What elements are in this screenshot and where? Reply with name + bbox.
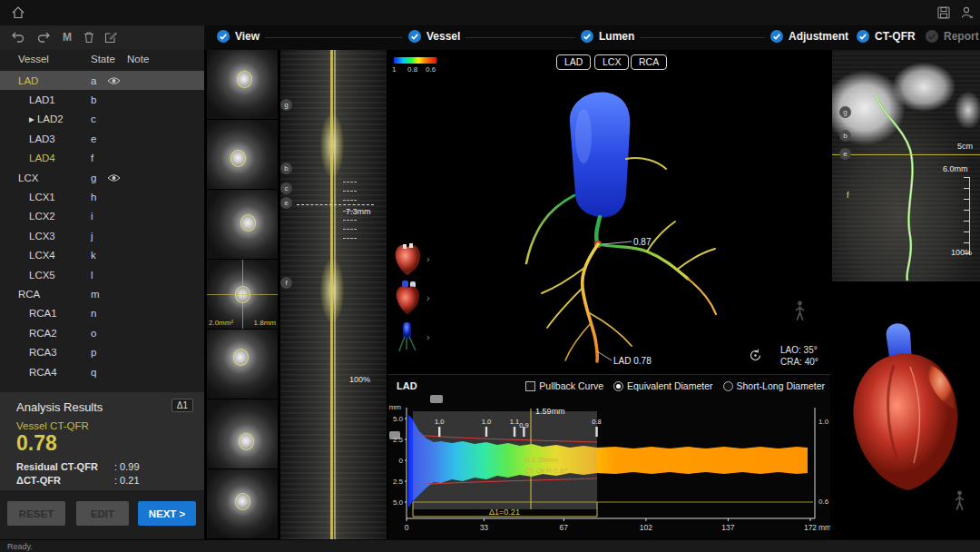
vessel-name: LAD3 bbox=[29, 133, 55, 144]
radio-icon bbox=[723, 381, 733, 391]
segment-badge-g[interactable]: g bbox=[839, 106, 851, 118]
analysis-region[interactable] bbox=[413, 411, 597, 509]
y-tick-right: 0.6 bbox=[818, 498, 829, 506]
tab-view[interactable]: View bbox=[211, 30, 265, 43]
visibility-eye-icon[interactable] bbox=[107, 76, 121, 85]
vessel-state: j bbox=[91, 231, 93, 242]
cross-section-thumb-5[interactable] bbox=[207, 330, 278, 399]
cross-section-thumb-3[interactable] bbox=[207, 190, 278, 259]
crosshair-horizontal bbox=[207, 294, 278, 295]
vessel-toggle-rca[interactable]: RCA bbox=[631, 54, 667, 70]
radio-equivalent-diameter[interactable]: Equivalent Diameter bbox=[613, 380, 713, 391]
next-button[interactable]: NEXT > bbox=[138, 501, 196, 526]
x-axis-unit: mm bbox=[818, 523, 830, 532]
tab-lumen[interactable]: Lumen bbox=[575, 30, 640, 43]
segment-badge-b[interactable]: b bbox=[280, 163, 292, 174]
segment-badge-e[interactable]: e bbox=[280, 197, 292, 209]
cross-section-thumb-1[interactable] bbox=[207, 50, 278, 119]
colorbar-tick: 0.6 bbox=[426, 65, 436, 74]
vessel-row-rca[interactable]: RCAm bbox=[0, 284, 204, 303]
vessel-name: LCX2 bbox=[29, 211, 55, 222]
check-circle-icon bbox=[857, 30, 869, 43]
redo-icon[interactable] bbox=[36, 30, 51, 44]
rotate-view-icon[interactable] bbox=[748, 348, 763, 363]
lesion-qfr-label: CT-QFR 0.87 bbox=[524, 467, 568, 475]
vessel-row-rca2[interactable]: RCA2o bbox=[0, 323, 204, 342]
vessel-row-lcx1[interactable]: LCX1h bbox=[0, 187, 204, 206]
cross-section-thumb-7[interactable] bbox=[207, 469, 278, 538]
ruler-tick bbox=[964, 199, 969, 200]
vessel-state: b bbox=[91, 94, 96, 105]
checkbox-pullback-curve[interactable]: Pullback Curve bbox=[525, 380, 603, 391]
marker-value: 1.0 bbox=[435, 418, 444, 426]
coronary-tree-render: 0.87 LAD 0.78 bbox=[388, 50, 830, 374]
col-vessel: Vessel bbox=[18, 54, 49, 64]
edit-button[interactable]: EDIT bbox=[76, 501, 129, 526]
cross-section-thumb-4[interactable]: 2.0mm²1.8mm bbox=[207, 260, 278, 329]
pullback-diameter-chart[interactable]: mm5.02.502.55.01.00.603367102137172mm1.0… bbox=[388, 400, 830, 540]
chevron-right-icon[interactable]: › bbox=[426, 292, 430, 303]
check-circle-icon bbox=[217, 30, 230, 43]
vessel-preset-3[interactable] bbox=[391, 319, 424, 355]
cross-section-thumb-6[interactable] bbox=[207, 399, 278, 468]
delta-badge[interactable]: Δ1 bbox=[172, 399, 193, 412]
slice-position-line[interactable] bbox=[832, 154, 980, 155]
analysis-title: Analysis Results bbox=[16, 400, 103, 414]
lao-angle: LAO: 35° bbox=[780, 345, 818, 355]
vessel-name: LCX bbox=[18, 172, 38, 183]
edit-icon[interactable] bbox=[103, 30, 118, 44]
heart-preset-2[interactable] bbox=[391, 280, 424, 316]
vessel-row-lad3[interactable]: LAD3e bbox=[0, 129, 204, 148]
vessel-row-lad[interactable]: LADa bbox=[0, 71, 204, 90]
vessel-toggle-lcx[interactable]: LCX bbox=[594, 54, 629, 70]
cross-section-thumbnail-column: 2.0mm²1.8mm bbox=[207, 50, 278, 539]
tab-vessel[interactable]: Vessel bbox=[403, 30, 466, 43]
vessel-state: e bbox=[91, 133, 96, 144]
vessel-row-lad1[interactable]: LAD1b bbox=[0, 90, 204, 109]
radio-short-long-diameter[interactable]: Short-Long Diameter bbox=[723, 380, 825, 391]
zoom-level: 100% bbox=[951, 248, 972, 257]
vessel-toggle-lad[interactable]: LAD bbox=[556, 54, 591, 70]
tab-report[interactable]: Report bbox=[920, 30, 980, 43]
home-icon[interactable] bbox=[11, 5, 25, 20]
segment-badge-c[interactable]: c bbox=[280, 182, 292, 194]
vessel-row-lcx3[interactable]: LCX3j bbox=[0, 226, 204, 245]
chevron-right-icon[interactable]: › bbox=[426, 253, 430, 264]
tick-dash bbox=[343, 229, 357, 230]
body-orientation-icon bbox=[794, 301, 806, 322]
vessel-row-lcx5[interactable]: LCX5l bbox=[0, 265, 204, 284]
visibility-eye-icon[interactable] bbox=[107, 173, 121, 182]
chevron-right-icon[interactable]: › bbox=[426, 331, 430, 342]
segment-badge-f[interactable]: f bbox=[280, 277, 292, 289]
vessel-row-rca1[interactable]: RCA1n bbox=[0, 304, 204, 323]
viewer-3d-panel[interactable]: 0.87 LAD 0.78 › › › LAO: 35° CR bbox=[388, 50, 830, 374]
vessel-name: LCX1 bbox=[29, 192, 55, 202]
vessel-row-rca4[interactable]: RCA4q bbox=[0, 362, 204, 381]
segment-badge-e[interactable]: e bbox=[839, 148, 851, 160]
vessel-row-rca3[interactable]: RCA3p bbox=[0, 342, 204, 361]
vessel-row-lcx4[interactable]: LCX4k bbox=[0, 246, 204, 265]
tab-label: Lumen bbox=[599, 30, 634, 43]
vessel-row-lad4[interactable]: LAD4f bbox=[0, 149, 204, 168]
trash-icon[interactable] bbox=[82, 30, 96, 44]
heart-3d-panel[interactable] bbox=[832, 283, 980, 539]
tab-adjustment[interactable]: Adjustment bbox=[765, 30, 854, 43]
lumen-area-label: 2.0mm² bbox=[209, 319, 233, 327]
vessel-row-lcx[interactable]: LCXg bbox=[0, 168, 204, 187]
marker-m-icon[interactable]: M bbox=[60, 30, 74, 44]
cross-section-thumb-2[interactable] bbox=[207, 120, 278, 189]
user-icon[interactable] bbox=[960, 5, 975, 20]
undo-icon[interactable] bbox=[11, 30, 25, 44]
segment-badge-b[interactable]: b bbox=[839, 130, 851, 142]
straightened-mpr-panel[interactable]: 7.3mm 100% gbcef bbox=[280, 50, 387, 539]
curved-mpr-panel[interactable]: 5cm 6.0mm 100% f gbe bbox=[832, 50, 980, 281]
vessel-row-lcx2[interactable]: LCX2i bbox=[0, 207, 204, 226]
save-icon[interactable] bbox=[936, 5, 951, 20]
lumen-contour bbox=[230, 150, 246, 167]
reset-button[interactable]: RESET bbox=[7, 501, 65, 526]
tab-ctqfr[interactable]: CT-QFR bbox=[851, 30, 921, 43]
segment-badge-g[interactable]: g bbox=[280, 99, 292, 111]
vessel-row-lad2[interactable]: ▸ LAD2c bbox=[0, 110, 204, 129]
x-tick: 33 bbox=[480, 523, 489, 532]
heart-preset-1[interactable] bbox=[391, 241, 424, 277]
